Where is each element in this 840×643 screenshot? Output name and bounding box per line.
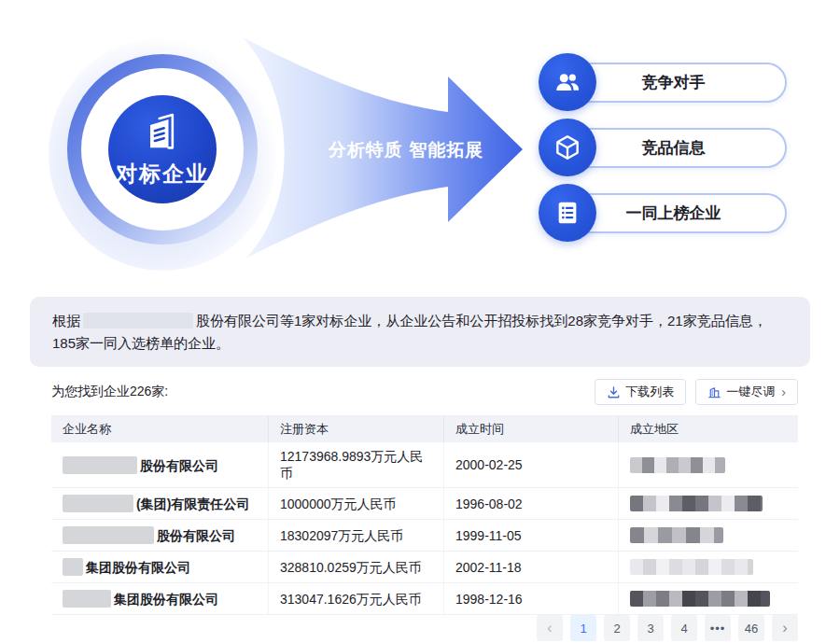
benchmark-label: 对标企业 [116, 160, 209, 189]
building-icon [138, 107, 187, 156]
redacted-region [630, 559, 753, 575]
results-toolbar: 为您找到企业226家: 下载列表 一键尽调 › [51, 378, 798, 406]
page-button-1[interactable]: 1 [570, 615, 596, 641]
expansion-diagram: 对标企业 分析特质 智能拓展 竞争对手 竞品信息 [0, 0, 840, 285]
table-row: 股份有限公司 12173968.9893万元人民币 2000-02-25 [51, 442, 798, 488]
registered-capital: 1000000万元人民币 [269, 488, 444, 519]
page-button-2[interactable]: 2 [604, 615, 630, 641]
table-row: (集团)有限责任公司 1000000万元人民币 1996-08-02 [51, 488, 798, 520]
registered-capital: 328810.0259万元人民币 [269, 552, 444, 582]
redacted-name-block [63, 558, 83, 576]
due-diligence-button[interactable]: 一键尽调 › [695, 379, 798, 405]
founded-date: 1999-11-05 [444, 520, 619, 551]
registered-capital: 18302097万元人民币 [269, 520, 444, 551]
col-header-registered-capital: 注册资本 [269, 416, 444, 442]
cube-icon [539, 119, 596, 176]
company-name: 股份有限公司 [63, 456, 218, 474]
founded-date: 2002-11-18 [444, 552, 619, 582]
page-button-46[interactable]: 46 [738, 615, 764, 641]
table-row: 集团股份有限公司 328810.0259万元人民币 2002-11-18 [51, 552, 798, 583]
page-ellipsis[interactable]: ••• [705, 615, 731, 641]
redacted-region [630, 496, 763, 511]
redacted-name-block [63, 526, 154, 544]
benchmark-circle-ring: 对标企业 [67, 54, 258, 245]
analysis-summary: 根据股份有限公司等1家对标企业，从企业公告和公开招投标找到28家竞争对手，21家… [30, 297, 810, 367]
founded-date: 2000-02-25 [444, 442, 619, 487]
page-button-4[interactable]: 4 [671, 615, 697, 641]
company-name: 股份有限公司 [63, 526, 235, 544]
company-table: 企业名称 注册资本 成立时间 成立地区 股份有限公司 12173968.9893… [51, 415, 798, 615]
benchmark-circle-white-ring: 对标企业 [81, 68, 244, 231]
company-name: 集团股份有限公司 [63, 558, 190, 576]
users-icon [539, 53, 596, 111]
redacted-name-block [63, 590, 111, 608]
redacted-name-block [63, 456, 137, 474]
target-pill-competitors: 竞争对手 [539, 53, 787, 111]
next-page-button[interactable]: › [772, 615, 798, 641]
benchmark-circle: 对标企业 [108, 95, 217, 203]
col-header-founded-region: 成立地区 [619, 416, 798, 442]
pagination: ‹ 1 2 3 4 ••• 46 › [537, 615, 798, 641]
col-header-company-name: 企业名称 [51, 416, 269, 442]
redacted-name-block [63, 495, 133, 512]
table-header-row: 企业名称 注册资本 成立时间 成立地区 [51, 416, 798, 442]
redacted-region [630, 457, 725, 473]
company-name: 集团股份有限公司 [63, 590, 218, 608]
download-list-button[interactable]: 下载列表 [595, 379, 686, 405]
redacted-region [630, 591, 770, 607]
building-small-icon [707, 385, 721, 399]
target-pill-colisted: 一同上榜企业 [539, 184, 787, 242]
target-pill-products: 竞品信息 [539, 119, 787, 176]
prev-page-button[interactable]: ‹ [537, 615, 563, 641]
download-list-label: 下载列表 [625, 384, 674, 400]
founded-date: 1996-08-02 [444, 488, 619, 519]
chevron-right-icon: › [781, 384, 786, 399]
list-icon [539, 184, 596, 242]
page-button-3[interactable]: 3 [637, 615, 664, 641]
redacted-company-name [83, 313, 193, 328]
summary-prefix: 根据 [52, 313, 80, 328]
col-header-founded-date: 成立时间 [444, 416, 619, 442]
result-count-label: 为您找到企业226家: [51, 384, 585, 400]
arrow-caption: 分析特质 智能拓展 [299, 138, 513, 162]
table-row: 集团股份有限公司 313047.1626万元人民币 1998-12-16 [51, 583, 798, 615]
benchmark-expansion-page: 对标企业 分析特质 智能拓展 竞争对手 竞品信息 [0, 0, 840, 643]
download-icon [607, 385, 621, 399]
due-diligence-label: 一键尽调 [726, 384, 775, 400]
redacted-region [630, 527, 723, 543]
founded-date: 1998-12-16 [444, 583, 619, 614]
table-row: 股份有限公司 18302097万元人民币 1999-11-05 [51, 520, 798, 552]
registered-capital: 313047.1626万元人民币 [269, 583, 444, 614]
company-name: (集团)有限责任公司 [63, 495, 249, 512]
registered-capital: 12173968.9893万元人民币 [269, 442, 444, 487]
